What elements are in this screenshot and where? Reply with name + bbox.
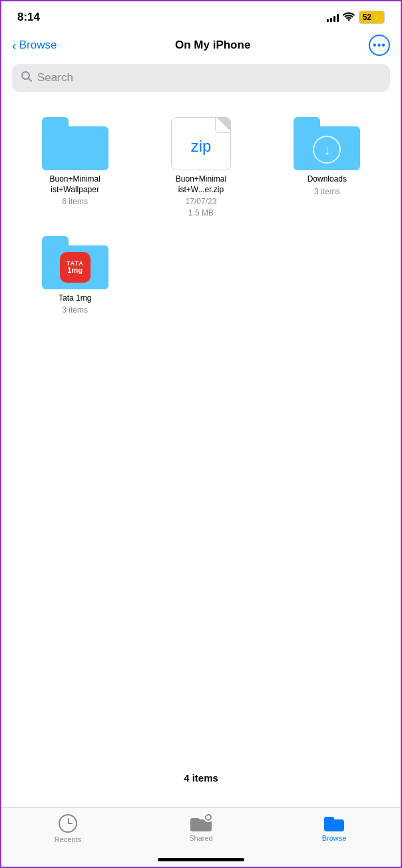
shared-icon — [190, 814, 212, 831]
folder-icon-downloads: ↓ — [294, 117, 360, 170]
tata-text-label: TATA — [67, 260, 84, 267]
file-meta-tata: 3 items — [62, 305, 88, 316]
zip-label: zip — [191, 137, 212, 156]
zip-icon-buon: zip — [171, 117, 231, 170]
status-time: 8:14 — [17, 11, 40, 24]
search-icon — [21, 71, 32, 84]
tab-recents[interactable]: Recents — [48, 814, 88, 843]
file-meta-downloads: 3 items — [314, 186, 340, 198]
search-placeholder: Search — [37, 71, 73, 84]
tab-recents-label: Recents — [55, 835, 81, 843]
file-meta-buon-wallpaper: 6 items — [62, 196, 88, 208]
tata-app-icon: TATA 1mg — [60, 252, 91, 283]
file-grid-row2: TATA 1mg Tata 1mg 3 items — [1, 224, 401, 321]
file-meta-buon-zip: 17/07/231.5 MB — [186, 196, 217, 219]
back-chevron-icon: ‹ — [12, 39, 17, 52]
tab-browse-label: Browse — [322, 834, 347, 842]
tata-1mg-label: 1mg — [67, 267, 83, 274]
back-label: Browse — [19, 39, 57, 52]
more-dots-icon: ••• — [373, 40, 386, 51]
file-name-buon-zip: Buon+Minimalist+W...er.zip — [176, 174, 226, 195]
navigation-bar: ‹ Browse On My iPhone ••• — [1, 31, 401, 64]
folder-item-tata[interactable]: TATA 1mg Tata 1mg 3 items — [12, 231, 138, 321]
battery-icon: 52 ⚡ — [359, 11, 385, 24]
file-name-tata: Tata 1mg — [59, 293, 91, 304]
more-button[interactable]: ••• — [369, 35, 390, 56]
wifi-icon — [343, 12, 355, 23]
lightning-icon: ⚡ — [373, 14, 381, 21]
page-title: On My iPhone — [175, 39, 250, 52]
signal-icon — [327, 13, 339, 22]
status-bar: 8:14 52 ⚡ — [1, 1, 401, 31]
file-name-buon-wallpaper: Buon+Minimalist+Wallpaper — [49, 174, 100, 195]
back-button[interactable]: ‹ Browse — [12, 39, 57, 52]
tab-shared[interactable]: Shared — [181, 814, 221, 842]
tab-browse[interactable]: Browse — [314, 814, 354, 842]
items-count: 4 items — [1, 746, 401, 797]
battery-level: 52 — [363, 13, 371, 22]
zip-item-buon[interactable]: zip Buon+Minimalist+W...er.zip 17/07/231… — [138, 112, 264, 224]
folder-item-buon-wallpaper[interactable]: Buon+Minimalist+Wallpaper 6 items — [12, 112, 138, 224]
download-circle-icon: ↓ — [313, 136, 341, 164]
file-grid: Buon+Minimalist+Wallpaper 6 items zip Bu… — [1, 105, 401, 224]
file-name-downloads: Downloads — [307, 174, 347, 185]
svg-point-0 — [22, 72, 29, 79]
tab-shared-label: Shared — [189, 834, 212, 842]
search-bar[interactable]: Search — [12, 64, 390, 92]
folder-icon-buon — [42, 117, 108, 170]
folder-item-downloads[interactable]: ↓ Downloads 3 items — [264, 112, 390, 224]
download-arrow-icon: ↓ — [323, 143, 330, 156]
folder-icon-tata: TATA 1mg — [42, 236, 108, 289]
recents-icon — [59, 814, 77, 833]
home-indicator — [158, 858, 244, 861]
status-icons: 52 ⚡ — [327, 11, 385, 24]
browse-icon — [324, 814, 344, 831]
